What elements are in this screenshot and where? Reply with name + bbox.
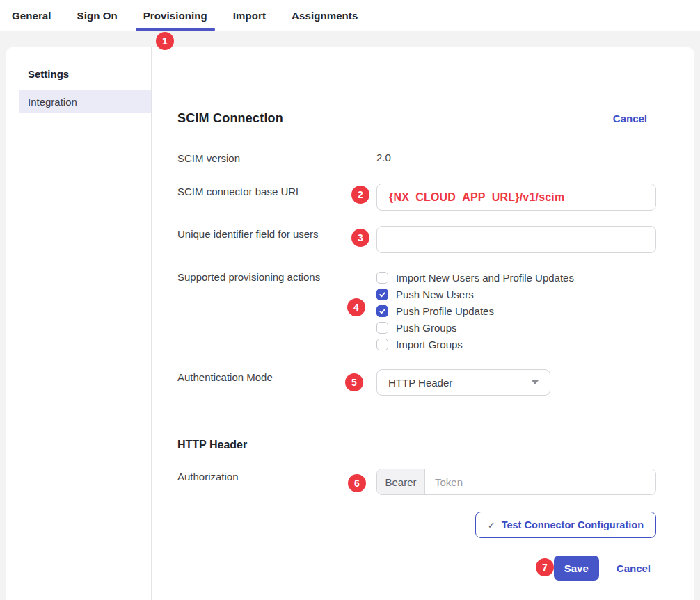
unique-identifier-row: Unique identifier field for users bbox=[177, 226, 656, 253]
provisioning-actions-row: Supported provisioning actions Import Ne… bbox=[177, 269, 656, 352]
annotation-badge-1: 1 bbox=[156, 32, 174, 50]
app-tabbar: General Sign On Provisioning Import Assi… bbox=[0, 0, 700, 31]
annotation-badge-3: 3 bbox=[351, 229, 369, 247]
checkbox[interactable] bbox=[376, 272, 388, 284]
check-icon bbox=[379, 307, 386, 315]
cancel-link-top[interactable]: Cancel bbox=[613, 113, 647, 124]
tab-label: Import bbox=[233, 10, 266, 22]
unique-identifier-input[interactable] bbox=[376, 226, 656, 253]
field-label: SCIM version bbox=[177, 150, 376, 166]
checkbox[interactable] bbox=[376, 322, 388, 334]
base-url-row: SCIM connector base URL bbox=[177, 184, 656, 211]
annotation-badge-2: 2 bbox=[351, 186, 369, 204]
annotation-badge-4: 4 bbox=[347, 298, 365, 316]
annotation-badge-7: 7 bbox=[536, 558, 554, 576]
check-icon bbox=[379, 291, 386, 298]
checkbox-label: Push Groups bbox=[396, 322, 457, 334]
checkbox-option-push-groups[interactable]: Push Groups bbox=[376, 319, 656, 336]
checkbox-option-import-groups[interactable]: Import Groups bbox=[376, 336, 656, 352]
annotation-badge-5: 5 bbox=[345, 373, 363, 391]
auth-mode-select[interactable]: HTTP Header bbox=[376, 369, 550, 396]
checkbox-option-import-users[interactable]: Import New Users and Profile Updates bbox=[376, 269, 656, 286]
provisioning-actions-options: Import New Users and Profile Updates Pus… bbox=[376, 269, 656, 352]
tab-label: Assignments bbox=[292, 10, 358, 22]
test-connector-label: Test Connector Configuration bbox=[502, 519, 644, 530]
field-label: Authorization bbox=[177, 469, 376, 485]
checkbox-label: Import Groups bbox=[396, 339, 463, 350]
field-label: Supported provisioning actions bbox=[177, 269, 376, 285]
cancel-link-bottom[interactable]: Cancel bbox=[617, 562, 651, 574]
field-label: Unique identifier field for users bbox=[177, 226, 376, 242]
test-connector-button[interactable]: Test Connector Configuration bbox=[475, 512, 656, 538]
annotation-badge-6: 6 bbox=[348, 474, 366, 492]
settings-card: Settings Integration SCIM Connection Can… bbox=[6, 47, 694, 600]
sidebar-item-integration[interactable]: Integration bbox=[19, 90, 151, 113]
bearer-prefix: Bearer bbox=[377, 469, 425, 494]
section-divider bbox=[170, 416, 658, 416]
tab-import[interactable]: Import bbox=[233, 0, 266, 31]
scim-connection-panel: SCIM Connection Cancel SCIM version 2.0 … bbox=[152, 47, 694, 600]
auth-mode-selected-value: HTTP Header bbox=[388, 377, 532, 389]
tab-sign-on[interactable]: Sign On bbox=[77, 0, 118, 31]
tab-general[interactable]: General bbox=[12, 0, 51, 31]
checkbox[interactable] bbox=[376, 305, 388, 317]
token-input[interactable] bbox=[425, 469, 655, 494]
authorization-row: Authorization Bearer bbox=[177, 469, 656, 495]
sidebar-header: Settings bbox=[28, 68, 151, 80]
tab-provisioning[interactable]: Provisioning bbox=[143, 0, 207, 31]
tab-label: General bbox=[12, 10, 51, 22]
checkbox-option-push-profile-updates[interactable]: Push Profile Updates bbox=[376, 302, 656, 319]
tab-label: Sign On bbox=[77, 10, 118, 22]
field-label: SCIM connector base URL bbox=[177, 184, 376, 200]
scim-version-row: SCIM version 2.0 bbox=[177, 150, 656, 166]
checkbox-option-push-new-users[interactable]: Push New Users bbox=[376, 286, 656, 302]
chevron-down-icon bbox=[532, 380, 539, 384]
sidebar: Settings Integration bbox=[6, 47, 152, 600]
checkbox-label: Import New Users and Profile Updates bbox=[396, 272, 574, 284]
save-button[interactable]: Save bbox=[554, 556, 599, 581]
checkbox[interactable] bbox=[376, 289, 388, 300]
checkbox-label: Push Profile Updates bbox=[396, 305, 494, 317]
tab-assignments[interactable]: Assignments bbox=[292, 0, 358, 31]
auth-mode-row: Authentication Mode HTTP Header bbox=[177, 369, 656, 396]
http-header-section-title: HTTP Header bbox=[177, 437, 247, 453]
panel-title: SCIM Connection bbox=[177, 111, 283, 126]
authorization-input-group: Bearer bbox=[376, 469, 656, 495]
base-url-input[interactable] bbox=[376, 184, 656, 211]
check-icon bbox=[488, 520, 495, 530]
checkbox[interactable] bbox=[376, 339, 388, 350]
tab-label: Provisioning bbox=[143, 10, 207, 22]
checkbox-label: Push New Users bbox=[396, 289, 474, 300]
sidebar-item-label: Integration bbox=[28, 96, 77, 108]
scim-version-value: 2.0 bbox=[376, 150, 656, 165]
